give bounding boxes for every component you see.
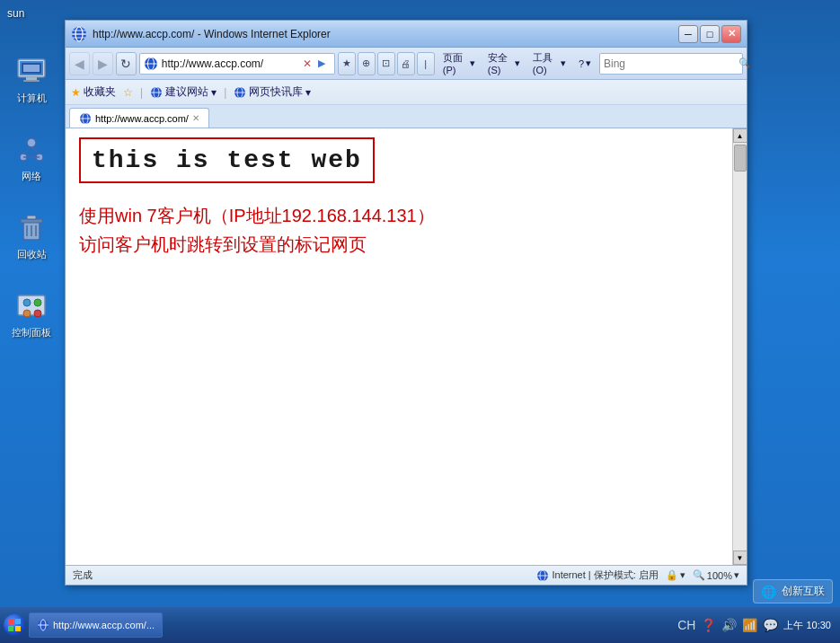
print-button[interactable]: 🖨 bbox=[397, 52, 415, 75]
status-bar: 完成 Internet | 保护模式: 启用 🔒 ▾ 🔍 bbox=[66, 565, 747, 585]
svg-point-6 bbox=[27, 138, 36, 147]
my-computer-icon[interactable]: 计算机 bbox=[14, 54, 49, 105]
back-button[interactable]: ◀ bbox=[69, 52, 90, 75]
tab-ie-icon bbox=[79, 112, 92, 125]
favorites-star-icon: ★ bbox=[71, 86, 81, 99]
web-slice-icon bbox=[234, 86, 246, 99]
close-button[interactable]: ✕ bbox=[721, 25, 741, 43]
title-bar: http://www.accp.com/ - Windows Internet … bbox=[66, 21, 747, 48]
svg-point-21 bbox=[34, 299, 41, 306]
suggested-sites-icon bbox=[150, 86, 163, 99]
svg-point-19 bbox=[23, 299, 31, 306]
favorites-star-add[interactable]: ☆ bbox=[123, 86, 133, 99]
clock: 上午 10:30 bbox=[783, 619, 831, 631]
svg-rect-44 bbox=[15, 619, 21, 624]
svg-rect-43 bbox=[8, 619, 13, 624]
watermark: 🌐 创新互联 bbox=[753, 579, 833, 603]
scroll-down-button[interactable]: ▼ bbox=[733, 551, 747, 565]
taskbar-ie-task[interactable]: http://www.accp.com/... bbox=[29, 612, 163, 638]
feed-button[interactable]: ⊡ bbox=[377, 52, 395, 75]
taskbar-msg-icon[interactable]: 💬 bbox=[763, 618, 778, 632]
taskbar-ie-label: http://www.accp.com/... bbox=[53, 620, 155, 630]
taskbar-network-icon[interactable]: 📶 bbox=[742, 618, 757, 632]
window-controls: ─ □ ✕ bbox=[678, 25, 741, 43]
network-icon[interactable]: 网络 bbox=[14, 132, 49, 183]
forward-button[interactable]: ▶ bbox=[93, 52, 113, 75]
recycle-bin-icon[interactable]: 回收站 bbox=[14, 210, 49, 261]
control-panel-icon[interactable]: 控制面板 bbox=[12, 288, 51, 339]
svg-rect-45 bbox=[8, 626, 13, 631]
svg-line-9 bbox=[23, 147, 31, 154]
address-bar: ✕ ▶ bbox=[139, 53, 335, 75]
scroll-up-button[interactable]: ▲ bbox=[733, 128, 747, 143]
nav-bar: ◀ ▶ ↻ ✕ ▶ ★ ⊕ ⊡ 🖨 | bbox=[66, 48, 747, 80]
suggested-sites-item[interactable]: 建议网站 ▾ bbox=[150, 84, 217, 100]
svg-rect-14 bbox=[27, 216, 36, 219]
star-outline-icon: ☆ bbox=[123, 86, 133, 99]
ie-logo-icon bbox=[71, 26, 87, 42]
rss-button[interactable]: ⊕ bbox=[358, 52, 376, 75]
svg-rect-46 bbox=[15, 626, 21, 631]
favorites-menu[interactable]: ★ 收藏夹 bbox=[71, 84, 116, 100]
taskbar-ie-icon bbox=[37, 619, 49, 631]
active-tab[interactable]: http://www.accp.com/ ✕ bbox=[69, 108, 209, 128]
help-menu[interactable]: ? ▾ bbox=[573, 55, 597, 72]
svg-line-10 bbox=[31, 147, 40, 154]
zoom-control[interactable]: 🔍 100% ▾ bbox=[693, 569, 739, 581]
web-slice-item[interactable]: 网页快讯库 ▾ bbox=[234, 84, 311, 100]
watermark-text: 创新互联 bbox=[782, 584, 825, 599]
svg-point-22 bbox=[34, 310, 41, 317]
page-content: this is test web 使用win 7客户机（IP地址192.168.… bbox=[66, 128, 732, 565]
tab-bar: http://www.accp.com/ ✕ bbox=[66, 105, 747, 128]
search-button[interactable]: 🔍 bbox=[738, 57, 751, 69]
taskbar-help-icon[interactable]: ❓ bbox=[701, 618, 716, 632]
annotation-line2: 访问客户机时跳转到设置的标记网页 bbox=[79, 230, 719, 259]
search-input[interactable] bbox=[604, 57, 738, 70]
minimize-button[interactable]: ─ bbox=[678, 25, 698, 43]
svg-rect-5 bbox=[23, 65, 40, 72]
security-menu[interactable]: 安全(S) ▾ bbox=[482, 48, 526, 78]
zone-icon bbox=[536, 569, 549, 582]
status-right: Internet | 保护模式: 启用 🔒 ▾ 🔍 100% ▾ bbox=[536, 568, 739, 582]
refresh-button[interactable]: ↻ bbox=[116, 52, 137, 75]
favorites-bar: ★ 收藏夹 ☆ | 建议网站 ▾ | bbox=[66, 80, 747, 105]
control-panel-label: 控制面板 bbox=[12, 326, 51, 339]
content-area: this is test web 使用win 7客户机（IP地址192.168.… bbox=[66, 128, 747, 565]
address-clear-button[interactable]: ✕ bbox=[300, 57, 314, 71]
print-sep: | bbox=[417, 52, 435, 75]
zone-info: Internet | 保护模式: 启用 bbox=[536, 568, 658, 582]
address-go-button[interactable]: ▶ bbox=[318, 57, 331, 70]
tab-close-icon[interactable]: ✕ bbox=[192, 113, 199, 123]
favorites-star-button[interactable]: ★ bbox=[338, 52, 356, 75]
zoom-icon: 🔍 bbox=[693, 569, 705, 581]
ie-window: http://www.accp.com/ - Windows Internet … bbox=[65, 20, 747, 586]
maximize-button[interactable]: □ bbox=[700, 25, 720, 43]
lock-icon: 🔒 bbox=[666, 569, 678, 581]
desktop: sun 计算机 bbox=[0, 0, 840, 643]
fav-separator-1: | bbox=[140, 86, 143, 99]
address-input[interactable] bbox=[162, 57, 296, 70]
windows-logo-icon bbox=[7, 618, 22, 632]
address-bar-icon bbox=[144, 57, 158, 71]
taskbar-speaker-icon[interactable]: 🔊 bbox=[721, 618, 737, 632]
annotation-text: 使用win 7客户机（IP地址192.168.144.131） 访问客户机时跳转… bbox=[79, 201, 719, 259]
svg-rect-2 bbox=[26, 77, 37, 80]
scroll-thumb[interactable] bbox=[734, 145, 747, 172]
tools-menu[interactable]: 工具(O) ▾ bbox=[527, 48, 571, 78]
annotation-line1: 使用win 7客户机（IP地址192.168.144.131） bbox=[79, 201, 719, 230]
taskbar: http://www.accp.com/... CH ❓ 🔊 📶 💬 上午 10… bbox=[0, 607, 840, 643]
status-text: 完成 bbox=[73, 568, 529, 582]
test-web-box: this is test web bbox=[79, 137, 375, 183]
taskbar-right: CH ❓ 🔊 📶 💬 上午 10:30 bbox=[677, 618, 836, 632]
svg-point-20 bbox=[23, 310, 31, 317]
test-web-text: this is test web bbox=[92, 146, 362, 174]
watermark-icon: 🌐 bbox=[761, 585, 776, 599]
window-title: http://www.accp.com/ - Windows Internet … bbox=[93, 28, 673, 40]
network-label: 网络 bbox=[22, 170, 41, 183]
taskbar-keyboard-icon[interactable]: CH bbox=[677, 618, 695, 632]
page-menu[interactable]: 页面(P) ▾ bbox=[438, 48, 481, 78]
start-button[interactable] bbox=[4, 614, 25, 636]
tab-label: http://www.accp.com/ bbox=[95, 113, 189, 124]
search-box: 🔍 bbox=[599, 53, 743, 75]
scrollbar: ▲ ▼ bbox=[732, 128, 747, 565]
